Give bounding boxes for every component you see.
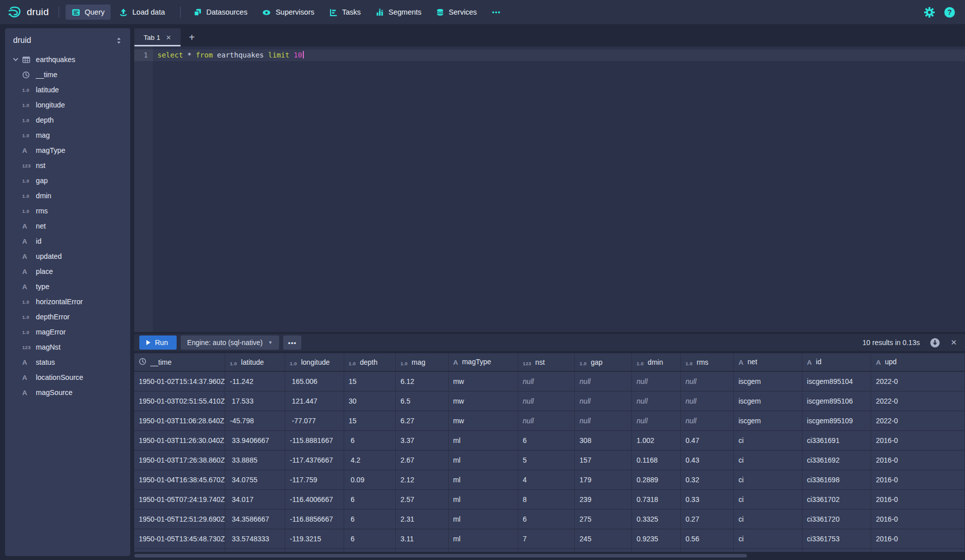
sidebar-column-rms[interactable]: 1.0rms [5,203,130,218]
druid-logo[interactable]: druid [7,5,49,20]
cell[interactable]: 1950-01-05T12:51:29.690Z [134,509,225,529]
cell[interactable]: 34.017 [225,489,285,509]
cell[interactable] [285,548,344,552]
cell[interactable] [518,548,575,552]
cell[interactable]: 2016-0 [871,489,965,509]
cell[interactable]: mw [448,371,518,391]
cell[interactable]: 2.67 [396,450,448,470]
cell[interactable]: iscgem895104 [802,371,871,391]
cell[interactable]: 179 [575,470,632,489]
cell[interactable]: ci [734,489,802,509]
cell[interactable]: ci3361753 [802,529,871,548]
cell[interactable]: null [518,391,575,411]
cell[interactable]: -116.8856667 [285,509,344,529]
header-cell-longitude[interactable]: 1.0longitude [285,353,344,371]
cell[interactable]: 275 [575,509,632,529]
cell[interactable]: ci [734,509,802,529]
cell[interactable] [396,548,448,552]
cell[interactable]: 1950-01-03T17:26:38.860Z [134,450,225,470]
cell[interactable]: null [681,371,734,391]
header-cell-gap[interactable]: 1.0gap [575,353,632,371]
nav-item-segments[interactable]: Segments [369,5,427,20]
cell[interactable]: null [681,411,734,430]
cell[interactable]: 34.0755 [225,470,285,489]
cell[interactable]: -117.4376667 [285,450,344,470]
nav-item-query[interactable]: Query [66,5,111,20]
chevron-down-icon[interactable] [12,56,22,63]
cell[interactable]: ci3361692 [802,450,871,470]
cell[interactable]: null [681,391,734,411]
header-cell-nst[interactable]: 123nst [518,353,575,371]
cell[interactable]: 2022-0 [871,371,965,391]
sidebar-column-net[interactable]: Anet [5,218,130,234]
tab-1[interactable]: Tab 1 ✕ [134,28,181,46]
double-caret-vertical-icon[interactable] [116,37,122,44]
help-icon[interactable]: ? [944,7,955,18]
add-tab-button[interactable]: + [181,28,203,46]
cell[interactable]: 7 [518,529,575,548]
sidebar-column-depth[interactable]: 1.0depth [5,113,130,128]
cell[interactable]: -11.242 [225,371,285,391]
cell[interactable] [871,548,965,552]
cell[interactable]: 0.2889 [632,470,681,489]
cell[interactable]: iscgem895109 [802,411,871,430]
download-results-icon[interactable] [930,338,940,348]
cell[interactable]: 2016-0 [871,430,965,450]
cell[interactable]: 0.3325 [632,509,681,529]
cell[interactable]: 3.37 [396,430,448,450]
cell[interactable]: mw [448,411,518,430]
sidebar-table-earthquakes[interactable]: earthquakes [5,52,130,67]
cell[interactable]: 2016-0 [871,509,965,529]
cell[interactable]: 6 [344,529,396,548]
cell[interactable] [448,548,518,552]
cell[interactable]: 15 [344,371,396,391]
cell[interactable]: null [575,411,632,430]
sidebar-column-latitude[interactable]: 1.0latitude [5,82,130,97]
sidebar-column-type[interactable]: Atype [5,279,130,294]
sql-editor[interactable]: 1 select * from earthquakes limit 10 [134,46,965,332]
cell[interactable]: iscgem [734,371,802,391]
cell[interactable]: null [575,391,632,411]
cell[interactable]: 0.27 [681,509,734,529]
sidebar-column-magError[interactable]: 1.0magError [5,324,130,340]
cell[interactable]: ci3361702 [802,489,871,509]
cell[interactable]: 2022-0 [871,411,965,430]
cell[interactable]: 6 [518,430,575,450]
sidebar-column-status[interactable]: Astatus [5,355,130,370]
cell[interactable]: 2016-0 [871,450,965,470]
cell[interactable]: ml [448,489,518,509]
sidebar-column-mag[interactable]: 1.0mag [5,128,130,143]
cell[interactable]: ci3361698 [802,470,871,489]
settings-gear-icon[interactable] [924,7,935,18]
cell[interactable]: 8 [518,489,575,509]
sidebar-column-magSource[interactable]: AmagSource [5,385,130,400]
cell[interactable] [734,548,802,552]
cell[interactable]: 2016-0 [871,470,965,489]
cell[interactable]: 30 [344,391,396,411]
cell[interactable]: 0.47 [681,430,734,450]
cell[interactable]: 2016-0 [871,529,965,548]
cell[interactable]: 1950-01-05T07:24:19.740Z [134,489,225,509]
cell[interactable]: ml [448,529,518,548]
cell[interactable]: 6 [518,509,575,529]
cell[interactable] [344,548,396,552]
cell[interactable]: 1950-01-03T11:06:28.640Z [134,411,225,430]
horizontal-scrollbar[interactable] [134,554,747,557]
cell[interactable]: 2.57 [396,489,448,509]
cell[interactable]: 0.33 [681,489,734,509]
cell[interactable]: 3.11 [396,529,448,548]
sidebar-column-depthError[interactable]: 1.0depthError [5,309,130,324]
cell[interactable]: null [632,411,681,430]
sql-text[interactable]: select * from earthquakes limit 10 [153,49,304,61]
header-cell-magType[interactable]: AmagType [448,353,518,371]
header-cell-rms[interactable]: 1.0rms [681,353,734,371]
cell[interactable] [802,548,871,552]
header-cell-latitude[interactable]: 1.0latitude [225,353,285,371]
sidebar-column-nst[interactable]: 123nst [5,158,130,173]
nav-item-services[interactable]: Services [430,5,483,20]
cell[interactable]: 0.43 [681,450,734,470]
header-cell-mag[interactable]: 1.0mag [396,353,448,371]
cell[interactable]: -45.798 [225,411,285,430]
cell[interactable]: 0.7318 [632,489,681,509]
cell[interactable]: null [518,371,575,391]
